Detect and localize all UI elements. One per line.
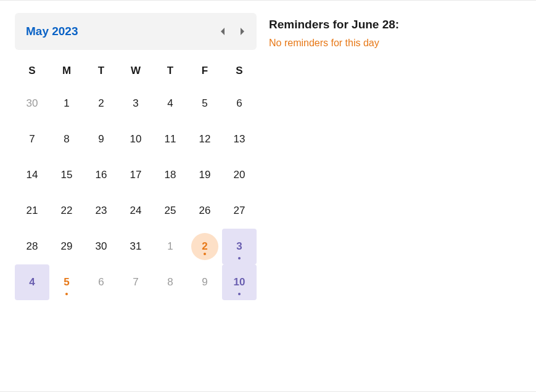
calendar-day[interactable]: 3 <box>118 86 153 121</box>
calendar-day[interactable]: 6 <box>84 264 118 300</box>
calendar-day[interactable]: 1 <box>49 86 84 121</box>
calendar-day[interactable]: 5 <box>188 86 222 121</box>
calendar-day[interactable]: 30 <box>15 86 49 121</box>
calendar-header: May 2023 <box>15 13 257 50</box>
dow-header: S <box>222 56 257 86</box>
calendar-day[interactable]: 15 <box>49 157 84 193</box>
calendar-day[interactable]: 16 <box>84 157 118 193</box>
calendar-day[interactable]: 17 <box>118 157 153 193</box>
calendar-day[interactable]: 13 <box>222 121 257 157</box>
calendar-day[interactable]: 10 <box>222 264 257 300</box>
calendar-day[interactable]: 26 <box>188 193 222 229</box>
calendar-day[interactable]: 2 <box>84 86 118 121</box>
calendar-day[interactable]: 4 <box>15 264 49 300</box>
prev-month-icon[interactable] <box>220 27 226 36</box>
calendar-day[interactable]: 9 <box>84 121 118 157</box>
calendar-day[interactable]: 7 <box>15 121 49 157</box>
reminders-empty-message: No reminders for this day <box>269 38 521 49</box>
calendar-day[interactable]: 3 <box>222 229 257 264</box>
calendar-day[interactable]: 11 <box>153 121 188 157</box>
calendar-day[interactable]: 12 <box>188 121 222 157</box>
calendar-day[interactable]: 30 <box>84 229 118 264</box>
calendar-day[interactable]: 31 <box>118 229 153 264</box>
calendar-title: May 2023 <box>26 25 78 38</box>
next-month-icon[interactable] <box>239 27 245 36</box>
reminder-dot-icon <box>238 257 241 259</box>
dow-header: F <box>188 56 222 86</box>
calendar-day[interactable]: 29 <box>49 229 84 264</box>
calendar-day[interactable]: 9 <box>188 264 222 300</box>
calendar-day[interactable]: 14 <box>15 157 49 193</box>
calendar-day[interactable]: 5 <box>49 264 84 300</box>
calendar-day[interactable]: 27 <box>222 193 257 229</box>
reminders-title: Reminders for June 28: <box>269 18 521 31</box>
calendar-grid: SMTWTFS301234567891011121314151617181920… <box>15 56 257 300</box>
dow-header: T <box>153 56 188 86</box>
dow-header: S <box>15 56 49 86</box>
calendar-day[interactable]: 8 <box>49 121 84 157</box>
calendar-day[interactable]: 1 <box>153 229 188 264</box>
calendar-day[interactable]: 8 <box>153 264 188 300</box>
calendar-day[interactable]: 21 <box>15 193 49 229</box>
calendar-day[interactable]: 22 <box>49 193 84 229</box>
calendar-day[interactable]: 18 <box>153 157 188 193</box>
calendar-day[interactable]: 24 <box>118 193 153 229</box>
reminders-panel: Reminders for June 28: No reminders for … <box>269 13 521 379</box>
calendar-day[interactable]: 7 <box>118 264 153 300</box>
reminder-dot-icon <box>65 293 68 295</box>
nav-arrows <box>220 27 245 36</box>
calendar-day[interactable]: 10 <box>118 121 153 157</box>
reminder-dot-icon <box>204 253 206 255</box>
dow-header: M <box>49 56 84 86</box>
calendar-day[interactable]: 19 <box>188 157 222 193</box>
calendar-day[interactable]: 6 <box>222 86 257 121</box>
calendar-day[interactable]: 28 <box>15 229 49 264</box>
calendar-day[interactable]: 20 <box>222 157 257 193</box>
dow-header: W <box>118 56 153 86</box>
calendar: May 2023 SMTWTFS301234567891011121314151… <box>15 13 257 379</box>
reminder-dot-icon <box>238 293 241 295</box>
calendar-day[interactable]: 23 <box>84 193 118 229</box>
dow-header: T <box>84 56 118 86</box>
calendar-day[interactable]: 25 <box>153 193 188 229</box>
calendar-day[interactable]: 4 <box>153 86 188 121</box>
calendar-day[interactable]: 2 <box>191 233 218 260</box>
